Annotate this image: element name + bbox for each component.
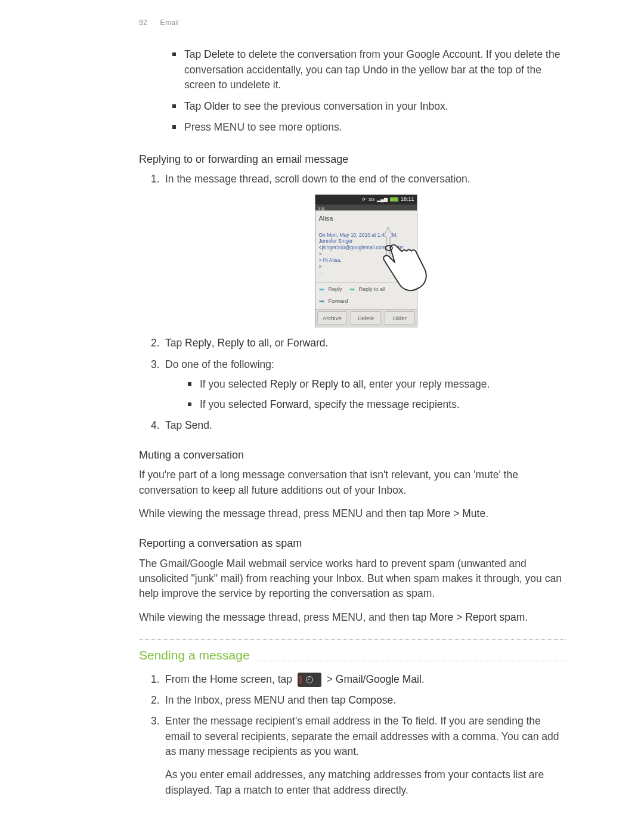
archive-button: Archive — [317, 311, 348, 326]
subheading-muting: Muting a conversation — [139, 447, 566, 463]
reply-action: Reply — [329, 286, 342, 293]
battery-icon — [390, 197, 398, 202]
reply-arrow-icon: ➥ — [349, 285, 355, 295]
bullet-icon — [188, 402, 191, 406]
inner-bullet-list: If you selected Reply or Reply to all, e… — [188, 377, 566, 412]
bullet-item: Tap Delete to delete the conversation fr… — [172, 47, 566, 92]
bullet-icon — [172, 125, 176, 129]
message-area: Alisa On Mon, May 10, 2010 at 1:48 PM, J… — [315, 210, 417, 282]
step-item: From the Home screen, tap > Gmail/Google… — [151, 672, 566, 687]
apps-launcher-icon — [298, 673, 321, 687]
page-header: 92 Email — [139, 18, 566, 28]
replying-steps: In the message thread, scroll down to th… — [151, 172, 566, 433]
status-bar: ⟳ 3G ▂▄▆ 18:11 — [315, 195, 417, 205]
delete-button: Delete — [351, 311, 381, 326]
page-number: 92 — [139, 18, 147, 27]
body-paragraph: If you're part of a long message convers… — [139, 467, 566, 498]
step-item: Do one of the following: If you selected… — [151, 357, 566, 412]
step-item: Tap Reply, Reply to all, or Forward. — [151, 336, 566, 351]
bullet-text: If you selected Forward, specify the mes… — [200, 397, 566, 412]
top-bullet-list: Tap Delete to delete the conversation fr… — [172, 47, 566, 135]
subject-clip: trip: — [315, 205, 417, 210]
status-time: 18:11 — [401, 196, 414, 203]
action-row: ➡ Forward — [315, 297, 417, 309]
body-paragraph: While viewing the message thread, press … — [139, 506, 566, 521]
document-page: 92 Email Tap Delete to delete the conver… — [0, 0, 644, 828]
step-item: In the Inbox, press MENU and then tap Co… — [151, 693, 566, 708]
body-paragraph: While viewing the message thread, press … — [139, 610, 566, 625]
reply-arrow-icon: ➥ — [319, 285, 324, 295]
bullet-text: Press MENU to see more options. — [184, 120, 566, 135]
body-paragraph: The Gmail/Google Mail webmail service wo… — [139, 556, 566, 602]
network-3g-icon: 3G — [369, 196, 375, 203]
scroll-arrow-icon — [382, 227, 394, 257]
bullet-icon — [188, 382, 191, 386]
subheading-replying: Replying to or forwarding an email messa… — [139, 151, 566, 167]
forward-arrow-icon: ➡ — [319, 297, 324, 306]
older-button: Older — [385, 311, 415, 326]
bullet-item: Tap Older to see the previous conversati… — [172, 99, 566, 114]
bullet-text: If you selected Reply or Reply to all, e… — [200, 377, 566, 392]
step-item: Enter the message recipient's email addr… — [151, 714, 566, 798]
bullet-icon — [172, 104, 176, 108]
button-bar: Archive Delete Older — [315, 309, 417, 327]
sender-name: Alisa — [319, 214, 413, 224]
subheading-spam: Reporting a conversation as spam — [139, 535, 566, 551]
bullet-text: Tap Older to see the previous conversati… — [184, 99, 566, 114]
sync-icon: ⟳ — [362, 196, 366, 203]
bullet-text: Tap Delete to delete the conversation fr… — [184, 47, 566, 92]
phone-frame: ⟳ 3G ▂▄▆ 18:11 trip: Alisa On Mon, May 1… — [315, 194, 417, 328]
bullet-icon — [172, 52, 176, 56]
action-row: ➥ Reply ➥ Reply to all — [315, 282, 417, 297]
phone-screenshot: ⟳ 3G ▂▄▆ 18:11 trip: Alisa On Mon, May 1… — [315, 194, 417, 328]
signal-icon: ▂▄▆ — [377, 196, 388, 203]
replyall-action: Reply to all — [359, 286, 386, 293]
section-heading-sending: Sending a message — [139, 646, 256, 664]
step-item: In the message thread, scroll down to th… — [151, 172, 566, 327]
step-item: Tap Send. — [151, 418, 566, 433]
forward-action: Forward — [329, 298, 348, 305]
bullet-item: Press MENU to see more options. — [172, 120, 566, 135]
sending-steps: From the Home screen, tap > Gmail/Google… — [151, 672, 566, 798]
quoted-text: On Mon, May 10, 2010 at 1:48 PM, Jennife… — [319, 232, 413, 276]
step-sub-paragraph: As you enter email addresses, any matchi… — [165, 767, 566, 798]
bullet-item: If you selected Reply or Reply to all, e… — [188, 377, 566, 392]
section-divider: Sending a message — [139, 639, 566, 661]
bullet-item: If you selected Forward, specify the mes… — [188, 397, 566, 412]
section-name: Email — [160, 18, 179, 27]
